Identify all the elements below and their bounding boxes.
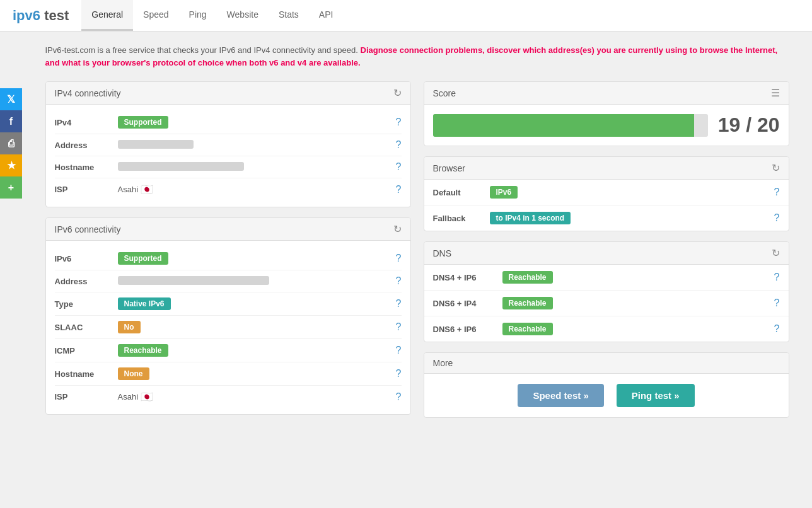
header: ipv6 test General Speed Ping Website Sta…: [0, 0, 812, 32]
score-separator: /: [746, 113, 757, 136]
ipv6-row-address: Address ?: [55, 270, 402, 292]
ipv6-help-address[interactable]: ?: [396, 275, 402, 287]
ipv6-row-type: Type Native IPv6 ?: [55, 292, 402, 316]
ipv6-row-slaac: SLAAC No ?: [55, 316, 402, 339]
star-button[interactable]: ★: [0, 154, 22, 176]
ipv4-card-body: IPv4 Supported ? Address ?: [46, 105, 410, 207]
browser-row-fallback: Fallback to IPv4 in 1 second ?: [424, 205, 789, 231]
tab-website[interactable]: Website: [217, 0, 269, 31]
score-menu-icon[interactable]: ☰: [771, 87, 780, 99]
ipv4-help-isp[interactable]: ?: [396, 184, 402, 195]
ipv4-card: IPv4 connectivity ↻ IPv4 Supported ? Add…: [45, 81, 411, 207]
dns-help-dns6-ip4[interactable]: ?: [774, 297, 780, 309]
dns-help-dns4-ip6[interactable]: ?: [774, 272, 780, 283]
ipv4-refresh-icon[interactable]: ↻: [393, 87, 402, 99]
ipv4-card-title: IPv4 connectivity: [55, 88, 121, 98]
ipv4-row-hostname: Hostname ?: [55, 156, 402, 178]
score-card: Score ☰ 19 / 20: [424, 81, 789, 146]
tab-stats[interactable]: Stats: [269, 0, 309, 31]
browser-default-badge: IPv6: [490, 186, 518, 199]
speed-test-button[interactable]: Speed test »: [518, 384, 603, 407]
ipv6-card-title: IPv6 connectivity: [55, 224, 121, 234]
dns6-ip4-badge: Reachable: [502, 297, 553, 309]
ipv4-help-hostname[interactable]: ?: [396, 161, 402, 173]
dns-card: DNS ↻ DNS4 + IP6 Reachable ? DNS6 + IP4: [424, 241, 789, 342]
ipv4-row-ipv4: IPv4 Supported ?: [55, 111, 402, 134]
right-column: Score ☰ 19 / 20 Browser: [424, 81, 789, 418]
score-value: 19: [718, 113, 741, 136]
ping-test-button[interactable]: Ping test »: [617, 384, 695, 407]
print-button[interactable]: ⎙: [0, 132, 22, 154]
dns-refresh-icon[interactable]: ↻: [772, 247, 780, 259]
tab-general[interactable]: General: [81, 0, 133, 31]
tab-api[interactable]: API: [309, 0, 344, 31]
more-card: More Speed test » Ping test »: [424, 352, 789, 418]
main-layout: IPv4 connectivity ↻ IPv4 Supported ? Add…: [45, 81, 789, 418]
ipv4-label-isp: ISP: [55, 185, 118, 194]
nav-tabs: General Speed Ping Website Stats API: [81, 0, 343, 31]
dns-label-dns6-ip4: DNS6 + IP4: [433, 299, 502, 308]
ipv4-label-ipv4: IPv4: [55, 118, 118, 127]
ipv6-help-hostname[interactable]: ?: [396, 368, 402, 379]
dns-card-header: DNS ↻: [424, 242, 789, 265]
dns-help-dns6-ip6[interactable]: ?: [774, 323, 780, 335]
score-card-title: Score: [433, 88, 456, 98]
dns-card-title: DNS: [433, 248, 452, 258]
more-card-title: More: [433, 358, 453, 368]
ipv6-help-icmp[interactable]: ?: [396, 345, 402, 356]
ipv6-help-type[interactable]: ?: [396, 298, 402, 309]
ipv6-hostname-badge: None: [118, 367, 149, 380]
ipv4-help-ipv4[interactable]: ?: [396, 117, 402, 128]
ipv4-isp-name: Asahi: [118, 185, 139, 194]
ipv6-icmp-badge: Reachable: [118, 344, 168, 357]
ipv6-help-ipv6[interactable]: ?: [396, 253, 402, 264]
ipv4-value-hostname: [118, 162, 391, 173]
dns-value-dns6-ip6: Reachable: [502, 323, 774, 335]
ipv6-isp-text: Asahi 🇯🇵: [118, 391, 391, 403]
browser-value-default: IPv6: [490, 186, 774, 199]
browser-label-default: Default: [433, 188, 490, 197]
ipv6-help-slaac[interactable]: ?: [396, 321, 402, 333]
plus-button[interactable]: +: [0, 176, 22, 199]
more-card-body: Speed test » Ping test »: [424, 374, 789, 417]
ipv4-label-hostname: Hostname: [55, 163, 118, 172]
browser-card: Browser ↻ Default IPv6 ? Fallback: [424, 156, 789, 231]
browser-fallback-badge: to IPv4 in 1 second: [490, 212, 571, 224]
twitter-button[interactable]: 𝕏: [0, 88, 22, 110]
ipv6-label-address: Address: [55, 277, 118, 286]
browser-help-default[interactable]: ?: [774, 187, 780, 198]
ipv6-type-badge: Native IPv6: [118, 297, 171, 310]
ipv6-value-type: Native IPv6: [118, 297, 391, 310]
ipv6-value-isp: Asahi 🇯🇵: [118, 391, 391, 403]
dns-card-body: DNS4 + IP6 Reachable ? DNS6 + IP4 Reacha…: [424, 265, 789, 342]
ipv6-refresh-icon[interactable]: ↻: [393, 223, 402, 235]
browser-row-default: Default IPv6 ?: [424, 180, 789, 205]
tab-ping[interactable]: Ping: [179, 0, 217, 31]
intro-text-1: IPv6-test.com is a free service that che…: [45, 45, 358, 55]
ipv6-value-slaac: No: [118, 321, 391, 333]
dns-value-dns6-ip4: Reachable: [502, 297, 774, 309]
ipv6-isp-name: Asahi: [118, 392, 139, 401]
ipv6-card: IPv6 connectivity ↻ IPv6 Supported ? Add…: [45, 217, 411, 415]
ipv6-row-icmp: ICMP Reachable ?: [55, 339, 402, 362]
browser-refresh-icon[interactable]: ↻: [772, 162, 780, 174]
page-content: IPv6-test.com is a free service that che…: [0, 32, 812, 430]
dns-label-dns6-ip6: DNS6 + IP6: [433, 325, 502, 334]
browser-help-fallback[interactable]: ?: [774, 212, 780, 224]
ipv6-card-body: IPv6 Supported ? Address ?: [46, 241, 410, 414]
score-bar-container: 19 / 20: [424, 105, 789, 146]
browser-card-header: Browser ↻: [424, 157, 789, 180]
ipv4-address-bar: [118, 140, 194, 149]
ipv4-help-address[interactable]: ?: [396, 139, 402, 151]
logo: ipv6 test: [13, 8, 69, 24]
ipv6-value-address: [118, 276, 391, 287]
ipv6-label-hostname: Hostname: [55, 369, 118, 379]
tab-speed[interactable]: Speed: [133, 0, 178, 31]
ipv4-flag: 🇯🇵: [141, 183, 153, 195]
score-bar-fill: [433, 114, 694, 137]
ipv6-help-isp[interactable]: ?: [396, 391, 402, 403]
facebook-button[interactable]: f: [0, 110, 22, 132]
dns-label-dns4-ip6: DNS4 + IP6: [433, 273, 502, 282]
ipv4-row-address: Address ?: [55, 134, 402, 156]
browser-card-body: Default IPv6 ? Fallback to IPv4 in 1 sec…: [424, 180, 789, 231]
